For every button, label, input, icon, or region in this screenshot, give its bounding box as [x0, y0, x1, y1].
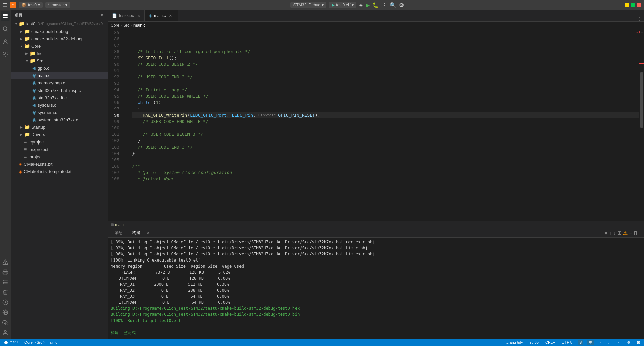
status-circle[interactable]: ○: [616, 340, 622, 344]
tree-item-memorymap[interactable]: ◉ memorymap.c: [11, 79, 108, 86]
status-gear[interactable]: ⚙: [626, 340, 632, 345]
tree-item-core[interactable]: ▾ 📁 Core: [11, 42, 108, 50]
tree-root[interactable]: ▾ 📁 test0 D:\Programme\CLion_Test\STM32\…: [11, 20, 108, 27]
activity-search[interactable]: [1, 24, 10, 34]
activity-list[interactable]: [1, 278, 10, 287]
bottom-panel: 消息 构建 × ■ ↑ ↓ ⊞ ⚠ ≡ 🗑 [ 89%] Building C …: [108, 228, 644, 339]
tab-ioc-close[interactable]: ×: [138, 13, 140, 18]
run-config-label: STM32_Debug: [293, 3, 320, 7]
project-icon: 📦: [21, 3, 26, 7]
maximize-button[interactable]: [631, 3, 635, 7]
tree-item-cmake-debug[interactable]: ▶ 📁 cmake-build-debug: [11, 27, 108, 35]
tab-ioc[interactable]: 📄 test0.ioc ×: [108, 10, 145, 21]
run-button[interactable]: ▶: [366, 2, 370, 8]
tab-actions-more[interactable]: ⋮: [637, 17, 641, 21]
cmake-icon[interactable]: ◈: [359, 2, 363, 8]
tree-item-system[interactable]: ◉ system_stm32h7xx.c: [11, 116, 108, 123]
code-line-87: [132, 42, 639, 48]
activity-print[interactable]: [1, 268, 10, 277]
tree-item-startup[interactable]: ▶ 📁 Startup: [11, 123, 108, 131]
collapse-all-btn[interactable]: ▾: [100, 12, 104, 18]
status-grid[interactable]: ⊞: [636, 340, 641, 345]
tab-main-close[interactable]: ×: [169, 13, 172, 18]
trash-btn[interactable]: 🗑: [633, 230, 639, 236]
status-dot[interactable]: ·: [598, 340, 602, 344]
activity-account[interactable]: [1, 37, 10, 46]
tree-item-cmakelists[interactable]: ◈ CMakeLists.txt: [11, 160, 108, 168]
status-lang-cn[interactable]: 中: [587, 340, 594, 345]
activity-upload[interactable]: [1, 318, 10, 327]
status-clang-tidy[interactable]: .clang-tidy: [504, 340, 524, 344]
startup-label: Startup: [31, 125, 45, 130]
activity-warning[interactable]: [1, 257, 10, 267]
debug-button[interactable]: 🐛: [372, 2, 379, 8]
tree-item-gpio[interactable]: ◉ gpio.c: [11, 64, 108, 72]
output-line-blank: [111, 324, 641, 330]
status-breadcrumb[interactable]: Core > Src > main.c: [23, 340, 59, 344]
activity-globe[interactable]: [1, 308, 10, 317]
tree-item-cmake-stm32[interactable]: ▶ 📁 cmake-build-stm32-debug: [11, 35, 108, 42]
activity-explorer[interactable]: [1, 11, 10, 21]
warning-filter-btn[interactable]: ⚠: [623, 230, 628, 236]
list-btn[interactable]: ≡: [629, 230, 632, 236]
tree-item-mxproject[interactable]: ≡ .mxproject: [11, 146, 108, 153]
search-global-icon[interactable]: 🔍: [390, 2, 396, 8]
tree-item-hal-msp[interactable]: ◉ stm32h7xx_hal_msp.c: [11, 86, 108, 94]
tree-item-it[interactable]: ◉ stm32h7xx_it.c: [11, 94, 108, 101]
activity-person[interactable]: [1, 328, 10, 337]
menu-icon[interactable]: ☰: [3, 2, 7, 8]
status-encoding[interactable]: UTF-8: [560, 340, 574, 344]
activity-clock[interactable]: [1, 298, 10, 307]
up-btn[interactable]: ↑: [609, 230, 612, 236]
code-line-94: /* Infinite loop */: [132, 86, 639, 93]
filter-btn[interactable]: ⊞: [617, 230, 622, 236]
project-name: test0: [28, 3, 37, 7]
status-line-col[interactable]: 98:65: [528, 340, 540, 344]
tab-main[interactable]: ◉ main.c ×: [145, 10, 178, 21]
tree-item-inc[interactable]: ▶ 📁 Inc: [11, 50, 108, 57]
cmake-template-label: CMakeLists_template.txt: [24, 169, 71, 174]
scrollbar-thumb[interactable]: [640, 72, 643, 128]
tree-item-src[interactable]: ▾ 📁 Src: [11, 57, 108, 64]
tree-item-main[interactable]: ◉ main.c: [11, 72, 108, 79]
status-line-ending[interactable]: CRLF: [544, 340, 556, 344]
breadcrumb-src[interactable]: Src: [123, 23, 129, 28]
code-area[interactable]: /* Initialize all configured peripherals…: [129, 29, 639, 221]
code-line-85: [132, 29, 639, 36]
close-button[interactable]: [637, 3, 641, 7]
root-folder-icon: 📁: [19, 21, 24, 26]
svg-line-1: [6, 30, 7, 31]
tree-item-sysmem[interactable]: ◉ sysmem.c: [11, 109, 108, 116]
tree-item-syscalls[interactable]: ◉ syscalls.c: [11, 101, 108, 109]
bottom-tab-messages[interactable]: 消息: [111, 229, 127, 237]
main-layout: 项目 ▾ ▾ 📁 test0 D:\Programme\CLion_Test\S…: [0, 10, 644, 339]
editor-main: 📄 test0.ioc × ◉ main.c × ⋮ Core › Src › …: [108, 10, 644, 339]
tree-item-cproject[interactable]: ≡ .cproject: [11, 138, 108, 146]
more-button[interactable]: ⋮: [382, 2, 387, 8]
run-config-selector[interactable]: STM32_Debug ▾: [290, 2, 326, 8]
bottom-tab-close[interactable]: ×: [147, 231, 149, 235]
minimize-button[interactable]: [625, 3, 629, 7]
breadcrumb-mainc[interactable]: main.c: [133, 23, 145, 28]
bottom-tab-build[interactable]: 构建: [128, 229, 144, 237]
down-btn[interactable]: ↓: [613, 230, 616, 236]
settings-icon[interactable]: ⚙: [399, 2, 404, 8]
bottom-tab-bar: 消息 构建 × ■ ↑ ↓ ⊞ ⚠ ≡ 🗑: [108, 228, 644, 238]
run-file-selector[interactable]: ▶ test0.elf ▾: [329, 2, 356, 8]
system-file-icon: ◉: [32, 117, 36, 122]
breadcrumb-core[interactable]: Core: [111, 23, 119, 28]
tree-item-project[interactable]: ≡ .project: [11, 153, 108, 160]
activity-trash[interactable]: [1, 288, 10, 297]
project-selector[interactable]: 📦 test0 ▾: [19, 2, 43, 8]
stop-btn[interactable]: ■: [604, 230, 608, 236]
status-ime[interactable]: S: [578, 340, 583, 345]
status-punc[interactable]: 。: [606, 340, 612, 345]
branch-selector[interactable]: ⑂ master ▾: [45, 2, 70, 8]
tree-item-drivers[interactable]: ▶ 📁 Drivers: [11, 131, 108, 138]
tree-item-cmakelists-template[interactable]: ◈ CMakeLists_template.txt: [11, 168, 108, 175]
titlebar-right: [625, 3, 641, 7]
activity-extra[interactable]: [1, 50, 10, 59]
scrollbar-track[interactable]: [639, 35, 644, 221]
status-project[interactable]: test0: [3, 340, 19, 344]
output-line-3: [ 96%] Building C object CMakeFiles/test…: [111, 251, 641, 257]
